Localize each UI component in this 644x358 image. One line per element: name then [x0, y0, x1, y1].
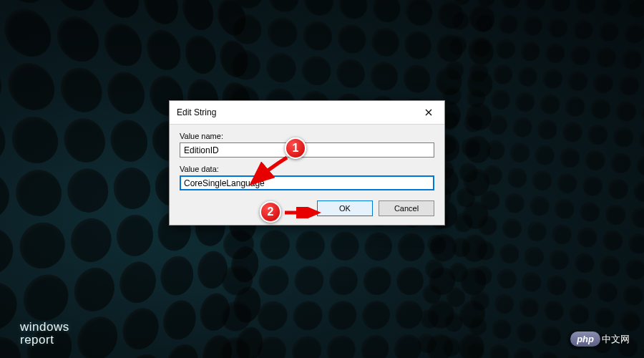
watermark-windows-report: windows report: [20, 321, 69, 347]
annotation-badge-2: 2: [260, 201, 281, 223]
dialog-title: Edit String: [177, 107, 216, 117]
ok-button[interactable]: OK: [317, 200, 373, 216]
value-data-field[interactable]: [180, 175, 434, 190]
close-button[interactable]: [419, 105, 439, 120]
value-name-field[interactable]: [180, 142, 434, 158]
screenshot-stage: Edit String Value name: Value data: OK C…: [0, 0, 644, 358]
watermark-php-cn: php 中文网: [570, 332, 630, 347]
value-data-label: Value data:: [180, 165, 434, 173]
dialog-titlebar[interactable]: Edit String: [170, 101, 444, 125]
value-name-label: Value name:: [180, 132, 434, 140]
cancel-button[interactable]: Cancel: [379, 200, 434, 216]
annotation-arrow-2: [283, 207, 323, 218]
annotation-arrow-1: [242, 153, 293, 190]
close-icon: [425, 107, 432, 117]
